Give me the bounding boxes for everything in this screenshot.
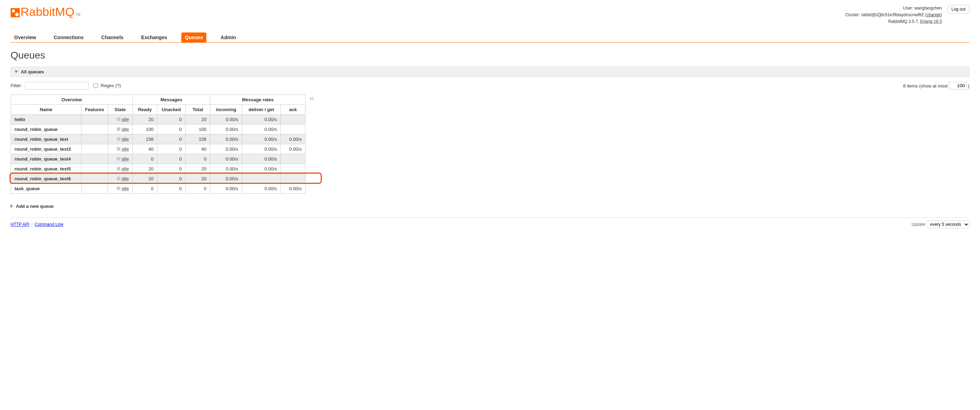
cell-ready: 20 (133, 114, 158, 124)
cluster-label: Cluster: (845, 12, 860, 17)
footer-separator: | (32, 222, 32, 227)
items-close-paren: ) (968, 83, 969, 88)
cell-total: 100 (186, 124, 210, 134)
cell-total: 156 (186, 134, 210, 144)
col-header-name[interactable]: Name (11, 105, 81, 114)
col-group-messages: Messages (133, 95, 210, 105)
col-header-ack[interactable]: ack (281, 105, 305, 114)
regex-label: Regex (?) (101, 83, 121, 88)
cell-incoming: 0.00/s (210, 173, 242, 183)
col-header-ready[interactable]: Ready (133, 105, 158, 114)
col-header-incoming[interactable]: incoming (210, 105, 242, 114)
cell-ready: 100 (133, 124, 158, 134)
tab-connections[interactable]: Connections (50, 32, 87, 42)
show-at-most-input[interactable] (949, 82, 967, 90)
cell-deliver: 0.00/s (242, 164, 281, 173)
command-line-link[interactable]: Command Line (35, 222, 63, 227)
cell-deliver (242, 173, 281, 183)
queue-name-link[interactable]: round_robin_queue (11, 124, 81, 134)
cell-ack (281, 114, 305, 124)
col-header-unacked[interactable]: Unacked (158, 105, 186, 114)
cell-ack (281, 164, 305, 173)
items-count-text: 8 items (show at most (903, 83, 948, 88)
logo[interactable]: RabbitMQ TM (11, 5, 80, 19)
queues-table: Overview Messages Message rates NameFeat… (11, 95, 305, 194)
state-indicator-icon (117, 137, 120, 141)
cell-ack (281, 124, 305, 134)
queue-name-link[interactable]: task_queue (11, 183, 81, 193)
queue-features (81, 183, 108, 193)
cell-deliver: 0.00/s (242, 134, 281, 144)
cell-unacked: 0 (158, 183, 186, 193)
cell-total: 20 (186, 164, 210, 173)
section-all-queues-label: All queues (21, 69, 44, 75)
regex-checkbox[interactable] (94, 83, 98, 88)
state-indicator-icon (117, 167, 120, 170)
update-label: Update (912, 222, 925, 227)
cell-ack: 0.00/s (281, 183, 305, 193)
cell-ack: 0.00/s (281, 144, 305, 154)
page-title: Queues (11, 50, 969, 61)
cell-total: 20 (186, 114, 210, 124)
tab-channels[interactable]: Channels (98, 32, 127, 42)
cell-deliver: 0.00/s (242, 124, 281, 134)
user-label: User: (903, 6, 913, 11)
state-indicator-icon (117, 177, 120, 180)
logout-button[interactable]: Log out (948, 5, 969, 13)
state-indicator-icon (117, 118, 120, 121)
tab-overview[interactable]: Overview (11, 32, 40, 42)
tab-admin[interactable]: Admin (217, 32, 240, 42)
cell-ready: 156 (133, 134, 158, 144)
cell-ack: 0.00/s (281, 134, 305, 144)
table-row: task_queue idle0000.00/s0.00/s0.00/s (11, 183, 305, 193)
update-interval-select[interactable]: every 5 seconds (926, 221, 969, 228)
cell-unacked: 0 (158, 173, 186, 183)
col-header-features[interactable]: Features (81, 105, 108, 114)
cell-total: 20 (186, 173, 210, 183)
col-header-deliver-get[interactable]: deliver / get (242, 105, 281, 114)
tab-exchanges[interactable]: Exchanges (138, 32, 171, 42)
queue-features (81, 164, 108, 173)
section-all-queues[interactable]: All queues (11, 67, 969, 77)
cell-deliver: 0.00/s (242, 144, 281, 154)
cell-unacked: 0 (158, 124, 186, 134)
user-name: wangfangchen (915, 6, 942, 11)
table-row: round_robin_queue_test idle15601560.00/s… (11, 134, 305, 144)
cell-ready: 40 (133, 144, 158, 154)
cell-unacked: 0 (158, 144, 186, 154)
state-indicator-icon (117, 187, 120, 190)
change-link[interactable]: change (927, 12, 940, 17)
filter-input[interactable] (25, 82, 89, 90)
queue-state: idle (108, 154, 133, 164)
table-row: round_robin_queue_test6 idle200200.00/s (11, 173, 305, 183)
cell-unacked: 0 (158, 164, 186, 173)
cell-deliver: 0.00/s (242, 183, 281, 193)
col-header-total[interactable]: Total (186, 105, 210, 114)
queue-name-link[interactable]: round_robin_queue_test (11, 134, 81, 144)
queue-name-link[interactable]: round_robin_queue_test5 (11, 164, 81, 173)
cell-total: 0 (186, 183, 210, 193)
col-header-state[interactable]: State (108, 105, 133, 114)
http-api-link[interactable]: HTTP API (11, 222, 29, 227)
queue-name-link[interactable]: hello (11, 114, 81, 124)
queue-name-link[interactable]: round_robin_queue_test6 (11, 173, 81, 183)
add-queue-label: Add a new queue (16, 203, 54, 209)
queue-features (81, 154, 108, 164)
chevron-down-icon (14, 71, 18, 73)
col-group-overview: Overview (11, 95, 133, 105)
state-indicator-icon (117, 127, 120, 131)
cell-deliver: 0.00/s (242, 114, 281, 124)
queue-name-link[interactable]: round_robin_queue_test3 (11, 144, 81, 154)
queue-state: idle (108, 134, 133, 144)
cell-ack (281, 173, 305, 183)
main-tabs: OverviewConnectionsChannelsExchangesQueu… (11, 32, 969, 43)
tab-queues[interactable]: Queues (181, 32, 206, 42)
columns-toggle[interactable]: +/- (309, 95, 315, 101)
state-indicator-icon (117, 157, 120, 161)
cluster-name: rabbit@iZj6c51e3fbtaydnscnwf8Z (861, 12, 924, 17)
queue-features (81, 114, 108, 124)
queue-name-link[interactable]: round_robin_queue_test4 (11, 154, 81, 164)
erlang-version: Erlang 18.3 (920, 19, 942, 24)
section-add-queue[interactable]: Add a new queue (11, 202, 969, 210)
queue-state: idle (108, 114, 133, 124)
